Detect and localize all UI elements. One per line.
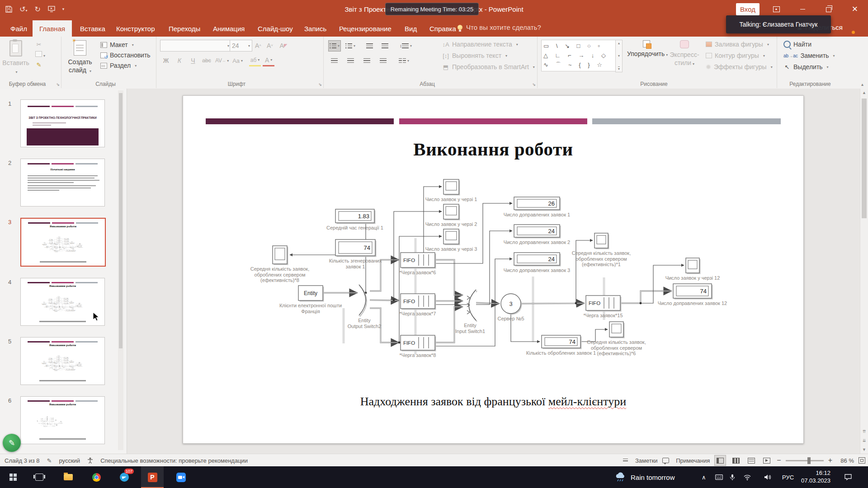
layout-button[interactable]: Макет▾ — [100, 41, 134, 48]
bold-button[interactable]: Ж — [160, 56, 172, 66]
convert-smartart-button[interactable]: ⬒Преобразовать в SmartArt▾ — [442, 63, 535, 70]
clock[interactable]: 16:12 07.03.2023 — [801, 466, 830, 488]
paste-button[interactable]: Вставить ▾ — [2, 39, 30, 75]
volume-tray-icon[interactable] — [764, 466, 771, 488]
scroll-up-button[interactable]: ▲ — [860, 89, 868, 97]
character-spacing-button[interactable]: AV↔▾ — [214, 56, 230, 66]
reset-button[interactable]: Восстановить — [100, 52, 151, 59]
chrome-button[interactable] — [85, 466, 108, 488]
select-button[interactable]: ↖Выделить▾ — [783, 63, 829, 70]
slide-sorter-view-button[interactable] — [731, 455, 741, 465]
slideshow-view-button[interactable] — [761, 455, 772, 465]
fit-slide-to-window-button[interactable] — [859, 457, 865, 464]
sign-in-button[interactable]: Вход — [736, 3, 760, 15]
tab-design[interactable]: Конструктор — [109, 20, 162, 37]
paragraph-dialog-launcher[interactable]: ⇘ — [532, 82, 536, 87]
increase-indent-button[interactable] — [379, 41, 391, 51]
font-dialog-launcher[interactable]: ⇘ — [318, 82, 322, 87]
format-painter-button[interactable]: ✎ — [35, 61, 42, 68]
tray-expand-button[interactable]: ∧ — [702, 466, 706, 488]
change-case-button[interactable]: Aa▾ — [231, 56, 244, 66]
slide-thumbnail-5[interactable]: Виконання роботи Середня кількість заяво… — [20, 337, 105, 385]
spell-check-icon[interactable]: ✎ — [47, 457, 52, 464]
task-view-button[interactable] — [28, 466, 51, 488]
shape-effects-button[interactable]: Эффекты фигуры▾ — [706, 63, 773, 70]
font-name-combobox[interactable]: ▾ — [160, 40, 231, 52]
replace-button[interactable]: ab→acЗаменить▾ — [783, 52, 835, 59]
section-button[interactable]: Раздел▾ — [100, 62, 137, 69]
zoom-percentage[interactable]: 86 % — [837, 457, 854, 464]
close-button[interactable]: × — [844, 0, 865, 18]
slide-thumbnail-3-selected[interactable]: Виконання роботи Середня кількість заяво… — [20, 218, 106, 267]
tab-animations[interactable]: Анимация — [206, 20, 251, 37]
slide-thumbnail-2[interactable]: Початкові завдання — [20, 159, 105, 206]
zoom-slider-knob[interactable] — [807, 457, 811, 464]
slide-caption[interactable]: Надходження заявок від французької мейл-… — [183, 395, 803, 408]
align-text-button[interactable]: [↕]Выровнять текст▾ — [442, 52, 507, 59]
normal-view-button[interactable] — [714, 455, 726, 466]
align-left-button[interactable] — [328, 56, 340, 66]
shrink-font-button[interactable]: А˅ — [264, 40, 276, 51]
strikethrough-button[interactable]: abc — [201, 56, 212, 66]
keyboard-tray-icon[interactable] — [715, 466, 723, 488]
copy-button[interactable]: ▾ — [35, 51, 45, 58]
previous-slide-button[interactable]: ⇈ — [860, 427, 868, 436]
simulink-diagram[interactable]: Середня кількість заявок,оброблених серв… — [183, 96, 803, 443]
tab-review[interactable]: Рецензирование — [332, 20, 398, 37]
wifi-tray-icon[interactable] — [744, 466, 751, 488]
line-spacing-button[interactable]: ↕▾ — [399, 41, 413, 51]
shape-outline-button[interactable]: Контур фигуры▾ — [706, 52, 765, 59]
shapes-gallery[interactable]: ▭ \ ↘ □ ○ ▫△ ∟ ⌐ → ↓ ◇∿ ⌒ ~ { } ☆ — [541, 40, 617, 71]
zoom-slider[interactable] — [786, 460, 824, 461]
language-indicator[interactable]: РУС — [782, 466, 794, 488]
shapes-gallery-scroll[interactable]: ▴▾▾ — [615, 40, 623, 72]
tab-home[interactable]: Главная — [33, 20, 72, 37]
notes-button[interactable]: Заметки — [623, 457, 657, 464]
columns-button[interactable]: ▾ — [398, 56, 410, 66]
tab-view[interactable]: Вид — [398, 20, 424, 37]
powerpoint-button[interactable]: P — [141, 466, 164, 488]
clear-formatting-button[interactable]: А◤ — [278, 40, 289, 51]
tab-transitions[interactable]: Переходы — [162, 20, 207, 37]
thumbnail-scrollbar[interactable] — [118, 90, 123, 450]
telegram-button[interactable]: 107 — [113, 466, 136, 488]
start-button[interactable] — [2, 466, 24, 488]
accessibility-status[interactable]: Специальные возможности: проверьте реком… — [100, 457, 248, 464]
annotation-tool-widget[interactable]: ✎ — [3, 434, 21, 452]
quick-styles-button[interactable]: Экспресс-стили▾ — [668, 39, 701, 67]
tab-insert[interactable]: Вставка — [73, 20, 112, 37]
next-slide-button[interactable]: ⇊ — [860, 436, 868, 445]
tab-record[interactable]: Запись — [297, 20, 333, 37]
align-center-button[interactable] — [344, 56, 356, 66]
clipboard-dialog-launcher[interactable]: ⇘ — [56, 82, 60, 87]
shape-fill-button[interactable]: Заливка фигуры▾ — [706, 41, 769, 48]
file-explorer-button[interactable] — [57, 466, 80, 488]
numbering-button[interactable]: ▾ — [344, 41, 356, 51]
find-button[interactable]: Найти — [783, 41, 811, 48]
tell-me-search[interactable]: Что вы хотите сделать? — [458, 18, 541, 37]
action-center-button[interactable] — [844, 466, 852, 488]
arrange-button[interactable]: Упорядочить▾ — [627, 39, 666, 58]
slide-thumbnail-6[interactable]: Виконання роботи Середня кількість заяво… — [20, 396, 105, 444]
reading-view-button[interactable] — [746, 455, 757, 465]
slide-thumbnail-4[interactable]: Виконання роботи Середня кількість заяво… — [20, 278, 105, 326]
zoom-in-button[interactable]: + — [828, 456, 832, 465]
cut-button[interactable]: ✂ — [35, 41, 42, 48]
new-slide-button[interactable]: Создать слайд ▾ — [64, 39, 96, 74]
tab-help[interactable]: Справка — [423, 20, 463, 37]
italic-button[interactable]: К — [174, 56, 185, 66]
microphone-tray-icon[interactable] — [730, 466, 735, 488]
slide-canvas[interactable]: Виконання роботи Середня кількість заяво… — [183, 95, 804, 444]
underline-button[interactable]: Ч — [187, 56, 199, 66]
language-status[interactable]: русский — [59, 457, 80, 464]
collapse-ribbon-button[interactable]: ▴ — [861, 82, 863, 87]
zoom-app-button[interactable] — [170, 466, 192, 488]
tab-file[interactable]: Файл — [4, 20, 34, 37]
zoom-out-button[interactable]: − — [777, 456, 781, 465]
grow-font-button[interactable]: А˄ — [252, 40, 264, 51]
weather-widget[interactable]: Rain tomorrow — [615, 466, 675, 488]
highlight-color-button[interactable]: аб▾ — [249, 55, 261, 66]
slide-thumbnail-1[interactable]: ЗВІТ З ПРОЕКТНО-ТЕХНОЛОГІЧНОЇ ПРАКТИКИ — [20, 99, 105, 147]
decrease-indent-button[interactable] — [363, 41, 375, 51]
font-color-button[interactable]: А▾ — [263, 55, 274, 66]
